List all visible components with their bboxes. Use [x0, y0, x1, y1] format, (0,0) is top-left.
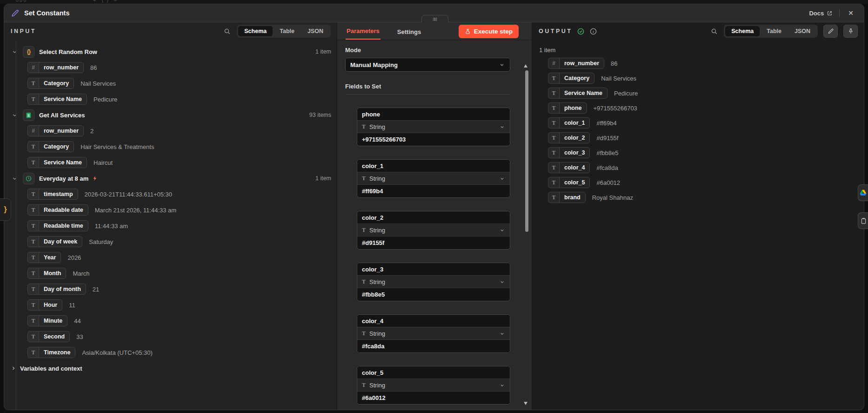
output-search-icon[interactable]: [710, 27, 718, 35]
string-type-icon: T: [28, 205, 39, 215]
chevron-down-icon: [499, 279, 505, 285]
input-group-header[interactable]: Get All Services 93 items: [11, 107, 333, 123]
field-pill[interactable]: TService Name: [27, 94, 87, 105]
field-pill[interactable]: Tphone: [548, 102, 587, 114]
field-pill[interactable]: #row_number: [27, 62, 84, 73]
input-group-header[interactable]: Everyday at 8 am 1 item: [11, 170, 333, 186]
scrollbar-thumb[interactable]: [525, 70, 528, 232]
output-tab-json[interactable]: JSON: [788, 26, 816, 36]
workflow-canvas-strip: 080 + { } ⌗: [0, 0, 868, 4]
close-icon[interactable]: ✕: [846, 8, 855, 18]
string-type-icon: T: [362, 123, 366, 130]
field-value-input[interactable]: #ff69b4: [357, 185, 510, 197]
field-type-select[interactable]: T String: [357, 276, 510, 288]
field-pill[interactable]: TCategory: [548, 73, 594, 84]
field-block-color-1: color_1 T String #ff69b4: [357, 159, 510, 198]
schema-field-row: TService Name Haircut: [27, 155, 333, 170]
schema-field-row: TReadable time 11:44:33 am: [27, 218, 333, 234]
docs-link[interactable]: Docs: [809, 10, 833, 17]
input-tab-table[interactable]: Table: [274, 26, 300, 36]
field-name-input[interactable]: color_3: [357, 263, 510, 276]
field-name-input[interactable]: color_4: [357, 315, 510, 327]
chevron-down-icon[interactable]: [11, 49, 18, 55]
input-search-icon[interactable]: [223, 27, 231, 35]
string-type-icon: T: [548, 148, 560, 158]
schema-drawer-toggle[interactable]: }: [0, 198, 11, 221]
field-value: #fbb8e5: [596, 149, 618, 156]
field-value-input[interactable]: #6a0012: [357, 392, 510, 404]
field-pill[interactable]: Tcolor_1: [548, 117, 590, 129]
grip-bar: [434, 18, 435, 21]
chevron-down-icon[interactable]: [11, 176, 18, 182]
field-value-input[interactable]: +971555266703: [357, 133, 510, 146]
field-value: 86: [611, 60, 617, 67]
field-pill[interactable]: TSecond: [27, 331, 70, 342]
mode-select[interactable]: Manual Mapping: [345, 58, 510, 72]
field-value: Saturday: [89, 238, 113, 245]
output-view-tabs: Schema Table JSON: [724, 25, 818, 38]
field-pill[interactable]: TCategory: [27, 141, 74, 152]
output-tab-table[interactable]: Table: [761, 26, 788, 36]
chevron-down-icon: [499, 124, 505, 130]
field-pill[interactable]: Tcolor_4: [548, 162, 590, 173]
field-pill[interactable]: TMonth: [27, 268, 66, 279]
field-pill[interactable]: TService Name: [27, 157, 87, 168]
execute-step-button[interactable]: Execute step: [459, 25, 519, 38]
field-value: Nail Services: [601, 75, 636, 82]
field-pill[interactable]: TCategory: [27, 78, 74, 89]
input-group-header[interactable]: { } Select Random Row 1 item: [11, 44, 333, 60]
schema-drawer-divider: [16, 40, 16, 410]
clipboard-shortcut[interactable]: [858, 212, 868, 229]
field-pill[interactable]: #row_number: [548, 58, 604, 69]
field-name-input[interactable]: color_5: [357, 366, 510, 379]
field-pill[interactable]: TDay of week: [27, 236, 82, 247]
field-pill[interactable]: Tcolor_3: [548, 147, 590, 158]
panel-drag-handle[interactable]: [421, 15, 448, 23]
tab-settings[interactable]: Settings: [396, 24, 422, 40]
chevron-down-icon[interactable]: [11, 112, 18, 118]
output-tab-schema[interactable]: Schema: [725, 26, 760, 36]
field-pill[interactable]: Tbrand: [548, 192, 586, 203]
field-type-select[interactable]: T String: [357, 379, 510, 392]
scroll-down-arrow[interactable]: [524, 402, 527, 405]
field-value-input[interactable]: #fbb8e5: [357, 288, 510, 301]
field-value-input[interactable]: #d9155f: [357, 237, 510, 249]
field-type-select[interactable]: T String: [357, 327, 510, 340]
field-pill[interactable]: Tcolor_2: [548, 132, 590, 143]
field-pill[interactable]: TReadable time: [27, 220, 88, 231]
field-name-input[interactable]: color_1: [357, 160, 510, 172]
output-field-row: Tcolor_5 #6a0012: [548, 175, 860, 190]
input-tab-json[interactable]: JSON: [301, 26, 329, 36]
field-pill[interactable]: TDay of month: [27, 284, 86, 295]
field-type-select[interactable]: T String: [357, 121, 510, 133]
drive-node-shortcut[interactable]: [858, 184, 868, 201]
field-value: Pedicure: [93, 96, 117, 103]
group-count: 93 items: [309, 112, 333, 118]
field-type-select[interactable]: T String: [357, 224, 510, 237]
field-name-input[interactable]: color_2: [357, 211, 510, 224]
field-value-input[interactable]: #fca8da: [357, 340, 510, 352]
string-type-icon: T: [548, 118, 560, 128]
variables-and-context-toggle[interactable]: Variables and context: [4, 360, 337, 376]
field-pill[interactable]: Tcolor_5: [548, 177, 590, 188]
tab-parameters[interactable]: Parameters: [346, 23, 381, 40]
field-name-input[interactable]: phone: [357, 108, 510, 121]
field-pill[interactable]: TMinute: [27, 315, 67, 326]
info-icon[interactable]: [589, 27, 597, 35]
field-pill[interactable]: TReadable date: [27, 204, 88, 216]
field-pill[interactable]: Ttimestamp: [27, 189, 78, 200]
fields-list: phone T String +971555266703 color_1 T: [345, 108, 510, 410]
field-pill[interactable]: TTimezone: [27, 347, 75, 358]
string-type-icon: T: [28, 284, 39, 294]
field-pill[interactable]: THour: [27, 299, 62, 311]
input-tab-schema[interactable]: Schema: [238, 26, 273, 36]
edit-output-button[interactable]: [823, 25, 838, 38]
node-detail-modal: Set Constants Docs ✕ INPUT Sche: [4, 4, 864, 410]
output-field-row: #row_number 86: [548, 56, 860, 71]
scroll-up-arrow[interactable]: [524, 64, 527, 68]
pin-data-button[interactable]: [843, 25, 858, 38]
field-pill[interactable]: TService Name: [548, 88, 608, 99]
field-pill[interactable]: TYear: [27, 252, 61, 263]
field-type-select[interactable]: T String: [357, 172, 510, 185]
field-pill[interactable]: #row_number: [27, 125, 84, 136]
